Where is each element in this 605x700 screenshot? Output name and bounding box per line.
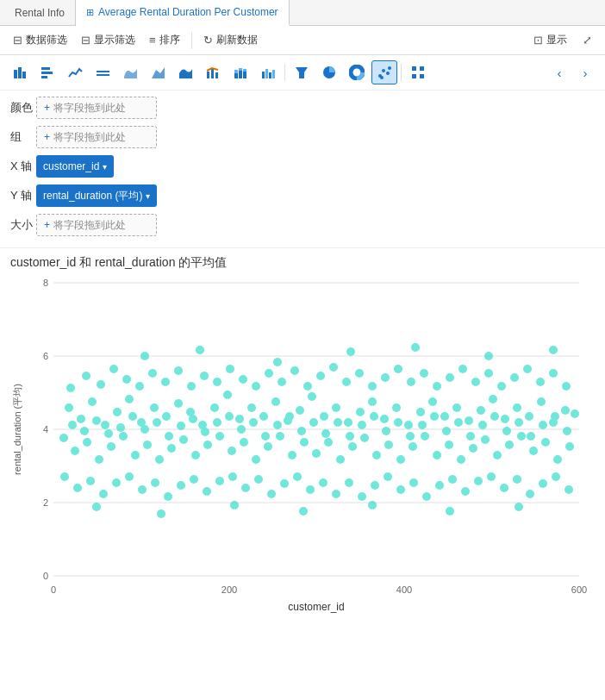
svg-point-201 bbox=[409, 478, 418, 487]
svg-point-126 bbox=[469, 444, 477, 453]
svg-point-197 bbox=[358, 492, 366, 501]
svg-point-243 bbox=[418, 421, 427, 429]
y-axis-row: Y 轴 rental_duration (平均) ▾ bbox=[10, 184, 595, 208]
svg-point-87 bbox=[525, 412, 533, 421]
group-placeholder: 将字段拖到此处 bbox=[53, 130, 126, 145]
svg-point-210 bbox=[526, 490, 534, 498]
svg-point-218 bbox=[116, 423, 125, 432]
chart-area-button[interactable] bbox=[117, 60, 143, 84]
chart-bar-vertical-button[interactable] bbox=[7, 60, 33, 84]
svg-point-112 bbox=[300, 438, 309, 447]
svg-point-205 bbox=[461, 487, 470, 496]
chart-filled-area-button[interactable] bbox=[172, 60, 198, 84]
svg-text:0: 0 bbox=[51, 584, 56, 595]
svg-point-244 bbox=[430, 412, 439, 421]
svg-point-250 bbox=[502, 427, 511, 435]
svg-point-157 bbox=[355, 369, 364, 378]
svg-point-134 bbox=[565, 442, 574, 451]
svg-rect-4 bbox=[41, 72, 53, 74]
chart-bar-horizontal-button[interactable] bbox=[34, 60, 60, 84]
svg-point-150 bbox=[265, 369, 273, 378]
expand-icon: ⤢ bbox=[583, 34, 592, 47]
svg-point-216 bbox=[92, 416, 101, 425]
svg-point-162 bbox=[420, 369, 428, 378]
svg-point-53 bbox=[113, 408, 122, 416]
chart-scatter-button[interactable] bbox=[371, 60, 397, 84]
svg-point-249 bbox=[490, 412, 499, 421]
svg-point-260 bbox=[411, 343, 420, 352]
tab-rental-info[interactable]: Rental Info bbox=[0, 0, 76, 25]
size-row: 大小 + 将字段拖到此处 bbox=[10, 213, 595, 237]
svg-point-267 bbox=[368, 501, 377, 509]
svg-point-91 bbox=[571, 409, 579, 418]
display-filter-button[interactable]: ⊟ 显示筛选 bbox=[75, 30, 141, 50]
group-drop-zone[interactable]: + 将字段拖到此处 bbox=[36, 126, 157, 148]
svg-rect-31 bbox=[420, 74, 424, 78]
svg-rect-8 bbox=[215, 72, 218, 78]
svg-point-251 bbox=[515, 418, 523, 427]
svg-rect-29 bbox=[420, 66, 424, 71]
chart-stacked-button[interactable] bbox=[228, 60, 253, 84]
svg-point-110 bbox=[276, 432, 284, 441]
chart-bar-group-button[interactable] bbox=[255, 60, 281, 84]
svg-point-217 bbox=[104, 429, 113, 438]
svg-point-54 bbox=[125, 395, 134, 403]
svg-text:2: 2 bbox=[43, 497, 48, 508]
chart-pie-button[interactable] bbox=[316, 60, 342, 84]
expand-button[interactable]: ⤢ bbox=[577, 31, 598, 49]
color-placeholder: 将字段拖到此处 bbox=[53, 101, 126, 116]
svg-point-144 bbox=[187, 382, 196, 391]
x-axis-chip[interactable]: customer_id ▾ bbox=[36, 155, 114, 178]
chart-donut-button[interactable] bbox=[344, 60, 370, 84]
svg-point-183 bbox=[177, 481, 185, 490]
svg-point-225 bbox=[201, 428, 209, 436]
x-axis-label: X 轴 bbox=[10, 159, 36, 174]
svg-point-76 bbox=[392, 403, 401, 412]
color-drop-zone[interactable]: + 将字段拖到此处 bbox=[36, 97, 157, 119]
nav-prev-button[interactable]: ‹ bbox=[546, 60, 572, 84]
svg-point-123 bbox=[433, 451, 441, 459]
sort-button[interactable]: ≡ 排序 bbox=[143, 30, 186, 50]
chart-more-button[interactable] bbox=[405, 60, 431, 84]
size-drop-zone[interactable]: + 将字段拖到此处 bbox=[36, 214, 157, 236]
svg-point-160 bbox=[394, 365, 402, 373]
svg-text:4: 4 bbox=[43, 424, 48, 434]
chart-line-button[interactable] bbox=[62, 60, 88, 84]
tab-avg-rental[interactable]: ⊞ Average Rental Duration Per Customer bbox=[76, 0, 290, 26]
svg-point-80 bbox=[440, 412, 449, 421]
chart-line-flat-button[interactable] bbox=[90, 60, 115, 84]
svg-point-145 bbox=[200, 372, 209, 380]
svg-text:rental_duration (平均): rental_duration (平均) bbox=[12, 384, 22, 475]
svg-point-61 bbox=[210, 403, 219, 412]
svg-point-263 bbox=[92, 503, 101, 511]
svg-point-139 bbox=[122, 375, 131, 384]
svg-point-82 bbox=[465, 416, 473, 425]
filter-button[interactable]: ⊟ 数据筛选 bbox=[7, 30, 73, 50]
svg-point-109 bbox=[264, 442, 272, 451]
svg-point-269 bbox=[515, 503, 523, 511]
chart-mountain-button[interactable] bbox=[145, 60, 171, 84]
svg-point-255 bbox=[563, 427, 571, 435]
svg-point-186 bbox=[215, 477, 224, 485]
chart-funnel-button[interactable] bbox=[289, 60, 315, 84]
svg-point-66 bbox=[271, 397, 280, 406]
svg-point-92 bbox=[59, 434, 68, 442]
nav-next-button[interactable]: › bbox=[572, 60, 598, 84]
svg-point-163 bbox=[433, 382, 441, 391]
svg-point-224 bbox=[189, 415, 197, 423]
svg-point-116 bbox=[348, 442, 357, 451]
display-button[interactable]: ⊡ 显示 bbox=[527, 30, 573, 50]
svg-rect-7 bbox=[211, 69, 214, 78]
svg-point-88 bbox=[537, 397, 546, 406]
svg-point-52 bbox=[101, 421, 109, 429]
y-axis-chip[interactable]: rental_duration (平均) ▾ bbox=[36, 184, 157, 207]
svg-point-148 bbox=[239, 375, 247, 384]
chart-combo-button[interactable] bbox=[200, 60, 226, 84]
svg-point-168 bbox=[497, 382, 506, 391]
sort-label: 排序 bbox=[159, 33, 180, 47]
svg-point-93 bbox=[71, 447, 79, 455]
svg-point-95 bbox=[95, 455, 103, 464]
svg-point-213 bbox=[564, 485, 573, 494]
refresh-button[interactable]: ↻ 刷新数据 bbox=[197, 30, 264, 50]
chart-type-row: ‹ › bbox=[0, 55, 605, 91]
